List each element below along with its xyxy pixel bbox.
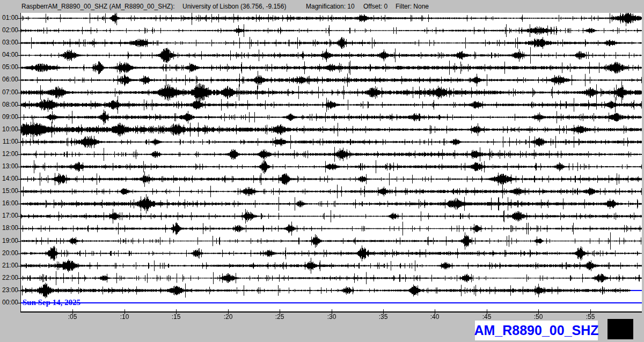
minute-label: :35 — [371, 313, 395, 321]
minute-label: :45 — [475, 313, 499, 321]
minute-label: :20 — [216, 313, 240, 321]
hour-label: 00:00 — [0, 299, 18, 306]
hour-label: 05:00 — [0, 64, 18, 71]
hour-tick — [18, 241, 21, 242]
hour-label: 09:00 — [0, 114, 18, 121]
hour-tick — [18, 117, 21, 118]
hour-tick — [18, 68, 21, 68]
hour-label: 08:00 — [0, 101, 18, 108]
hour-label: 21:00 — [0, 262, 18, 269]
minute-label: :30 — [320, 313, 343, 321]
minute-label: :40 — [423, 313, 447, 321]
minute-label: :05 — [61, 313, 84, 321]
minute-label: :10 — [113, 313, 136, 321]
hour-tick — [18, 291, 21, 291]
hour-tick — [18, 93, 21, 93]
hour-label: 13:00 — [0, 163, 18, 170]
filter-label: Filter: None — [396, 3, 429, 10]
station-badge-label: AM_R8890_00_SHZ — [474, 323, 598, 338]
hour-tick — [18, 18, 21, 19]
station-title: RaspberrAM_R8890_00_SHZ (AM_R8890_00_SHZ… — [21, 3, 174, 10]
hour-label: 01:00 — [0, 14, 18, 21]
hour-tick — [18, 31, 21, 31]
hour-label: 23:00 — [0, 287, 18, 294]
hour-label: 22:00 — [0, 274, 18, 281]
hour-label: 04:00 — [0, 51, 18, 58]
hour-tick — [18, 55, 21, 56]
magnification-label: Magnification: 10 — [306, 3, 355, 10]
hour-tick — [18, 80, 21, 80]
hour-tick — [18, 43, 21, 43]
hour-label: 10:00 — [0, 126, 18, 133]
hour-label: 19:00 — [0, 237, 18, 244]
hour-tick — [18, 216, 21, 217]
minute-label: :25 — [268, 313, 291, 321]
hour-tick — [18, 266, 21, 266]
hour-tick — [18, 228, 21, 229]
hour-tick — [18, 130, 21, 130]
swarm-helicorder-window: RaspberrAM_R8890_00_SHZ (AM_R8890_00_SHZ… — [0, 0, 644, 342]
hour-tick — [18, 105, 21, 106]
hour-tick — [18, 204, 21, 204]
hour-label: 07:00 — [0, 89, 18, 96]
hour-tick — [18, 154, 21, 155]
minute-label: :15 — [164, 313, 188, 321]
hour-label: 16:00 — [0, 200, 18, 207]
minute-label: :50 — [526, 313, 550, 321]
hour-label: 20:00 — [0, 250, 18, 257]
hour-tick — [18, 191, 21, 192]
hour-label: 06:00 — [0, 76, 18, 83]
hour-tick — [18, 278, 21, 279]
helicorder-plot: Sun Sep 14, 2025 — [20, 13, 642, 313]
hour-tick — [18, 303, 21, 303]
hour-label: 03:00 — [0, 39, 18, 46]
hour-label: 17:00 — [0, 212, 18, 219]
hour-tick — [18, 142, 21, 143]
offset-label: Offset: 0 — [363, 3, 387, 10]
hour-label: 11:00 — [0, 138, 18, 145]
hour-tick — [18, 254, 21, 254]
status-indicator-square — [608, 319, 633, 339]
minute-label: :55 — [579, 313, 602, 321]
station-badge: AM_R8890_00_SHZ — [475, 321, 598, 340]
hour-tick — [18, 179, 21, 180]
helicorder-canvas[interactable] — [21, 13, 642, 311]
hour-label: 15:00 — [0, 188, 18, 195]
station-location: University of Lisbon (36.756, -9.156) — [182, 3, 286, 10]
hour-label: 02:00 — [0, 27, 18, 34]
hour-tick — [18, 167, 21, 167]
hour-label: 14:00 — [0, 175, 18, 182]
hour-label: 12:00 — [0, 151, 18, 158]
hour-label: 18:00 — [0, 225, 18, 232]
date-label: Sun Sep 14, 2025 — [23, 298, 80, 307]
